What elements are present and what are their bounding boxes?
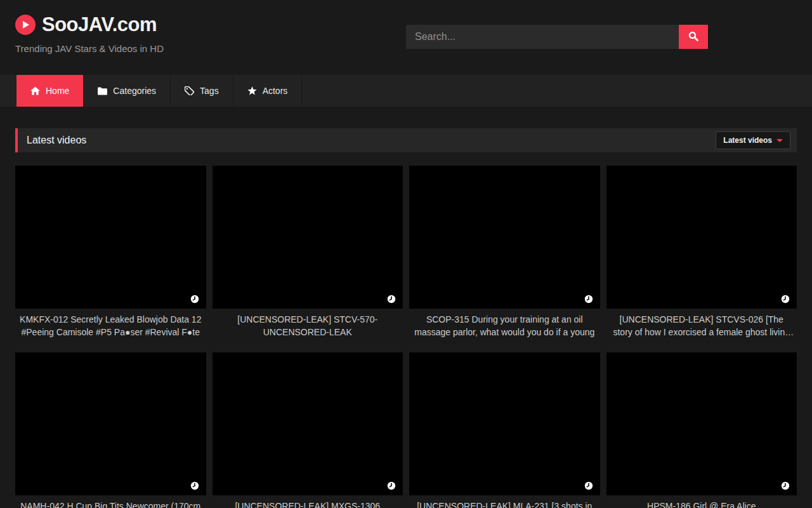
logo-link[interactable]: SooJAV.com — [15, 14, 164, 36]
section-title: Latest videos — [27, 135, 86, 146]
site-tagline: Trending JAV Stars & Videos in HD — [15, 43, 164, 54]
video-card: [UNCENSORED-LEAK] STCVS-026 [The story o… — [606, 166, 797, 338]
site-header: SooJAV.com Trending JAV Stars & Videos i… — [0, 0, 812, 75]
video-thumbnail[interactable] — [409, 166, 600, 309]
clock-icon — [190, 295, 199, 304]
search-bar — [406, 25, 708, 49]
sort-dropdown-label: Latest videos — [723, 136, 772, 145]
home-icon — [30, 86, 40, 95]
main-content: Latest videos Latest videos KMKFX-012 Se… — [15, 128, 797, 508]
video-card: [UNCENSORED-LEAK] STCV-570-UNCENSORED-LE… — [213, 166, 403, 338]
video-title[interactable]: [UNCENSORED-LEAK] STCV-570-UNCENSORED-LE… — [213, 313, 403, 338]
video-thumbnail[interactable] — [15, 166, 206, 309]
nav-item-actors[interactable]: Actors — [233, 75, 303, 107]
search-button[interactable] — [679, 25, 708, 49]
clock-icon — [387, 295, 396, 304]
nav-item-label: Tags — [200, 86, 219, 96]
video-title[interactable]: NAMH-042 H Cup Big Tits Newcomer (170cm … — [15, 500, 206, 508]
video-card: [UNCENSORED-LEAK] MXGS-1306 Absolutely — [213, 352, 403, 508]
sort-dropdown[interactable]: Latest videos — [716, 131, 790, 149]
clock-icon — [584, 481, 593, 490]
nav-item-label: Categories — [113, 86, 156, 96]
video-title[interactable]: [UNCENSORED-LEAK] STCVS-026 [The story o… — [606, 313, 797, 338]
search-icon — [688, 31, 698, 43]
video-thumbnail[interactable] — [213, 166, 403, 309]
video-thumbnail[interactable] — [606, 352, 797, 495]
brand: SooJAV.com Trending JAV Stars & Videos i… — [15, 14, 164, 54]
video-title[interactable]: SCOP-315 During your training at an oil … — [409, 313, 600, 338]
video-thumbnail[interactable] — [15, 352, 206, 495]
video-title[interactable]: KMKFX-012 Secretly Leaked Blowjob Data 1… — [15, 313, 206, 338]
star-icon — [247, 86, 257, 95]
video-title[interactable]: HPSM-186 Girl @ Era Alice — [606, 500, 797, 508]
video-thumbnail[interactable] — [409, 352, 600, 495]
tag-icon — [185, 86, 194, 95]
clock-icon — [781, 295, 790, 304]
nav-item-categories[interactable]: Categories — [84, 75, 171, 107]
video-thumbnail[interactable] — [606, 166, 797, 309]
nav-item-tags[interactable]: Tags — [171, 75, 233, 107]
play-icon — [15, 15, 36, 35]
video-card: [UNCENSORED-LEAK] MLA-231 [3 shots in — [409, 352, 600, 508]
folder-icon — [98, 87, 107, 95]
main-nav: Home Categories Tags Actors — [0, 75, 812, 107]
video-thumbnail[interactable] — [213, 352, 403, 495]
video-title[interactable]: [UNCENSORED-LEAK] MXGS-1306 Absolutely — [213, 500, 403, 508]
clock-icon — [584, 295, 593, 304]
clock-icon — [387, 481, 396, 490]
video-card: HPSM-186 Girl @ Era Alice — [606, 352, 797, 508]
clock-icon — [781, 481, 790, 490]
site-logo-text: SooJAV.com — [42, 14, 157, 36]
search-input[interactable] — [406, 25, 679, 49]
video-card: NAMH-042 H Cup Big Tits Newcomer (170cm … — [15, 352, 206, 508]
section-header: Latest videos Latest videos — [15, 128, 797, 152]
nav-item-label: Actors — [263, 86, 288, 96]
clock-icon — [190, 481, 199, 490]
video-card: KMKFX-012 Secretly Leaked Blowjob Data 1… — [15, 166, 206, 338]
nav-item-home[interactable]: Home — [16, 75, 84, 107]
video-card: SCOP-315 During your training at an oil … — [409, 166, 600, 338]
video-grid: KMKFX-012 Secretly Leaked Blowjob Data 1… — [15, 166, 797, 508]
video-title[interactable]: [UNCENSORED-LEAK] MLA-231 [3 shots in — [409, 500, 600, 508]
chevron-down-icon — [776, 139, 783, 142]
nav-item-label: Home — [46, 86, 69, 96]
